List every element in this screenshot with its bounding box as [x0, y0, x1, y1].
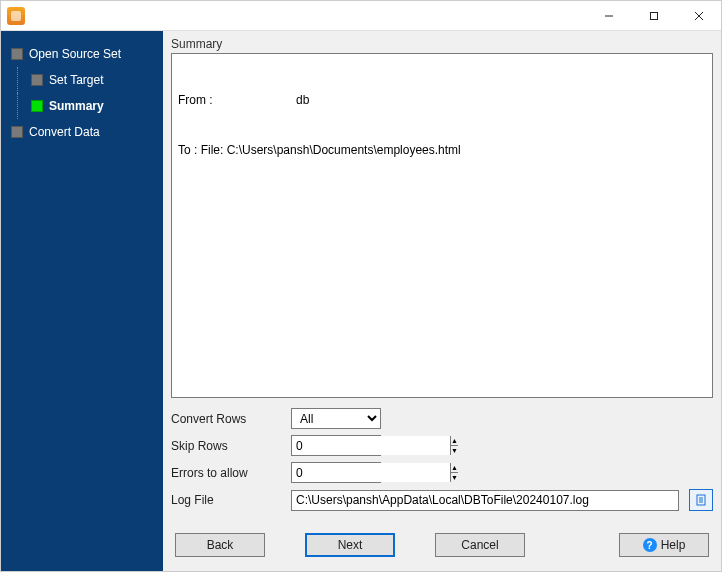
skip-rows-input[interactable] — [292, 436, 450, 455]
step-label: Convert Data — [29, 125, 100, 139]
minimize-button[interactable] — [586, 1, 631, 31]
step-open-source-set[interactable]: Open Source Set — [1, 41, 163, 67]
convert-rows-select[interactable]: All — [291, 408, 381, 429]
cancel-button[interactable]: Cancel — [435, 533, 525, 557]
svg-rect-1 — [650, 12, 657, 19]
help-icon: ? — [643, 538, 657, 552]
skip-rows-down[interactable]: ▼ — [451, 446, 458, 455]
summary-textarea[interactable]: From : db To : File: C:\Users\pansh\Docu… — [171, 53, 713, 398]
step-label: Summary — [49, 99, 104, 113]
errors-down[interactable]: ▼ — [451, 473, 458, 482]
skip-rows-up[interactable]: ▲ — [451, 436, 458, 446]
step-summary[interactable]: Summary — [1, 93, 163, 119]
step-convert-data[interactable]: Convert Data — [1, 119, 163, 145]
skip-rows-spinner[interactable]: ▲ ▼ — [291, 435, 381, 456]
convert-rows-label: Convert Rows — [171, 412, 281, 426]
log-file-input[interactable] — [291, 490, 679, 511]
help-button[interactable]: ? Help — [619, 533, 709, 557]
summary-to-line: To : File: C:\Users\pansh\Documents\empl… — [178, 142, 706, 159]
errors-label: Errors to allow — [171, 466, 281, 480]
step-marker-icon — [31, 74, 43, 86]
main-panel: Summary From : db To : File: C:\Users\pa… — [163, 31, 721, 571]
errors-spinner[interactable]: ▲ ▼ — [291, 462, 381, 483]
summary-from-line: From : db — [178, 92, 706, 109]
maximize-button[interactable] — [631, 1, 676, 31]
next-button[interactable]: Next — [305, 533, 395, 557]
app-icon — [7, 7, 25, 25]
titlebar — [1, 1, 721, 31]
close-button[interactable] — [676, 1, 721, 31]
log-file-browse-button[interactable] — [689, 489, 713, 511]
wizard-steps-sidebar: Open Source Set Set Target Summary Conve… — [1, 31, 163, 571]
back-button[interactable]: Back — [175, 533, 265, 557]
document-icon — [695, 494, 707, 506]
step-marker-icon — [11, 48, 23, 60]
help-button-label: Help — [661, 538, 686, 552]
panel-title: Summary — [163, 31, 721, 53]
skip-rows-label: Skip Rows — [171, 439, 281, 453]
step-marker-icon — [11, 126, 23, 138]
step-label: Open Source Set — [29, 47, 121, 61]
step-marker-icon — [31, 100, 43, 112]
step-set-target[interactable]: Set Target — [1, 67, 163, 93]
wizard-button-bar: Back Next Cancel ? Help — [163, 525, 721, 571]
errors-up[interactable]: ▲ — [451, 463, 458, 473]
step-label: Set Target — [49, 73, 103, 87]
log-file-label: Log File — [171, 493, 281, 507]
errors-input[interactable] — [292, 463, 450, 482]
